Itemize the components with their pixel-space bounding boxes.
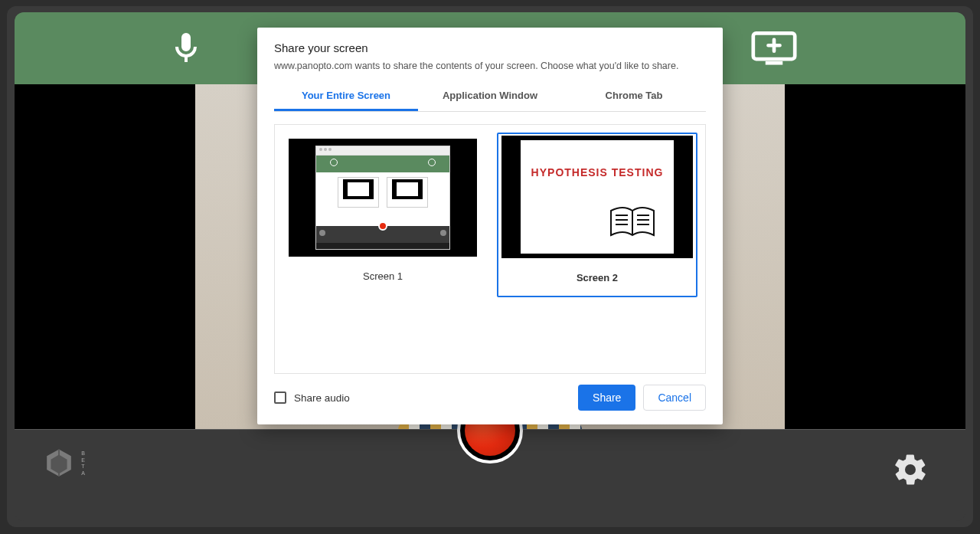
add-screen-icon[interactable]	[751, 30, 797, 67]
slide-title: HYPOTHESIS TESTING	[521, 140, 674, 179]
cancel-button[interactable]: Cancel	[643, 385, 706, 411]
app-window: BETA Share your screen www.panopto.com w…	[7, 6, 973, 527]
app-frame: BETA Share your screen www.panopto.com w…	[15, 12, 965, 521]
book-icon	[608, 205, 657, 240]
screen-option-2[interactable]: HYPOTHESIS TESTING Screen 2	[497, 133, 697, 297]
checkbox-icon[interactable]	[274, 391, 286, 404]
letterbox-left	[15, 84, 195, 429]
screen-options: Screen 1 HYPOTHESIS TESTING	[274, 124, 706, 374]
share-screen-dialog: Share your screen www.panopto.com wants …	[257, 28, 723, 424]
svg-rect-1	[766, 61, 783, 65]
bottom-toolbar: BETA	[15, 429, 965, 521]
share-audio-label: Share audio	[294, 392, 350, 404]
share-tabs: Your Entire Screen Application Window Ch…	[274, 82, 706, 112]
gear-icon	[892, 451, 929, 488]
dialog-title: Share your screen	[274, 41, 706, 54]
screen2-preview: HYPOTHESIS TESTING	[521, 140, 674, 254]
beta-badge: BETA	[80, 450, 86, 477]
panopto-logo-icon	[42, 447, 76, 480]
tab-entire-screen[interactable]: Your Entire Screen	[274, 82, 418, 111]
share-button[interactable]: Share	[578, 385, 635, 411]
screen2-label: Screen 2	[577, 272, 618, 283]
share-audio-toggle[interactable]: Share audio	[274, 391, 350, 404]
dialog-subtitle: www.panopto.com wants to share the conte…	[274, 61, 706, 71]
screen1-preview	[315, 146, 450, 250]
screen1-label: Screen 1	[363, 270, 403, 282]
screen1-thumbnail	[289, 139, 477, 257]
screen-option-1[interactable]: Screen 1	[283, 133, 483, 296]
settings-button[interactable]	[892, 451, 929, 488]
app-logo: BETA	[42, 447, 86, 480]
microphone-icon[interactable]	[168, 30, 204, 67]
screen2-thumbnail: HYPOTHESIS TESTING	[501, 136, 693, 258]
tab-chrome-tab[interactable]: Chrome Tab	[562, 82, 706, 111]
tab-application-window[interactable]: Application Window	[418, 82, 562, 111]
letterbox-right	[785, 84, 965, 429]
dialog-footer: Share audio Share Cancel	[257, 374, 723, 424]
